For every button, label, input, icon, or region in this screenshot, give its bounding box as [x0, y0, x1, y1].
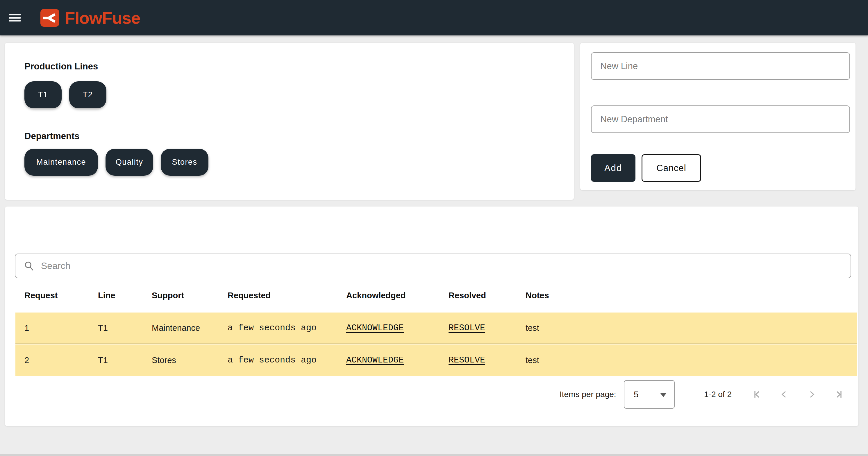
pagination-bar: Items per page: 5 1-2 of 2	[5, 380, 859, 409]
table-row: 1 T1 Maintenance a few seconds ago ACKNO…	[16, 313, 857, 344]
cell-line: T1	[98, 323, 152, 333]
col-requested: Requested	[227, 291, 346, 300]
col-request: Request	[24, 291, 98, 300]
add-form-card: Add Cancel	[580, 43, 856, 190]
table-row: 2 T1 Stores a few seconds ago ACKNOWLEDG…	[16, 345, 857, 376]
cancel-button[interactable]: Cancel	[642, 154, 701, 182]
cell-request: 2	[24, 356, 98, 365]
cell-requested: a few seconds ago	[227, 323, 346, 333]
items-per-page-select[interactable]: 5	[624, 380, 675, 409]
dashboard-page: FlowFuse Production Lines T1 T2 Departme…	[0, 0, 868, 456]
items-per-page-value: 5	[634, 381, 639, 408]
production-lines-title: Production Lines	[24, 61, 574, 72]
resolve-link[interactable]: RESOLVE	[448, 355, 485, 365]
cell-support: Stores	[152, 356, 227, 365]
cell-request: 1	[24, 323, 98, 333]
flowfuse-logo: FlowFuse	[40, 8, 140, 28]
department-pill-stores[interactable]: Stores	[161, 149, 209, 176]
department-pill-quality[interactable]: Quality	[105, 149, 153, 176]
first-page-icon[interactable]	[751, 389, 763, 400]
col-acknowledged: Acknowledged	[346, 291, 448, 300]
pagination-range: 1-2 of 2	[704, 380, 732, 409]
items-per-page-label: Items per page:	[560, 380, 616, 409]
page-bottom-divider	[0, 454, 868, 456]
line-pill-t2[interactable]: T2	[69, 81, 106, 108]
app-bar: FlowFuse	[0, 0, 868, 35]
flowfuse-logo-icon	[40, 9, 59, 27]
col-support: Support	[152, 291, 227, 300]
col-line: Line	[98, 291, 152, 300]
department-pill-maintenance[interactable]: Maintenance	[24, 149, 98, 176]
menu-bar	[9, 20, 21, 22]
new-department-input[interactable]	[591, 105, 850, 133]
form-actions: Add Cancel	[591, 154, 856, 182]
cell-notes: test	[526, 356, 857, 365]
resolve-link[interactable]: RESOLVE	[448, 323, 485, 333]
acknowledge-link[interactable]: ACKNOWLEDGE	[346, 323, 404, 333]
menu-icon[interactable]	[9, 14, 21, 22]
search-field	[15, 254, 851, 278]
search-input[interactable]	[15, 254, 851, 278]
cell-support: Maintenance	[152, 323, 227, 333]
prev-page-icon[interactable]	[779, 389, 790, 400]
table-header-row: Request Line Support Requested Acknowled…	[16, 278, 857, 313]
next-page-icon[interactable]	[806, 389, 817, 400]
departments-title: Departments	[24, 131, 574, 142]
filters-card: Production Lines T1 T2 Departments Maint…	[5, 43, 574, 200]
line-pill-t1[interactable]: T1	[24, 81, 62, 108]
departments-row: Maintenance Quality Stores	[24, 149, 574, 176]
pagination-controls	[751, 380, 844, 409]
menu-bar	[9, 14, 21, 15]
brand-title: FlowFuse	[65, 8, 140, 28]
add-button[interactable]: Add	[591, 154, 636, 182]
acknowledge-link[interactable]: ACKNOWLEDGE	[346, 355, 404, 365]
new-line-input[interactable]	[591, 52, 850, 80]
cell-requested: a few seconds ago	[227, 355, 346, 365]
cell-line: T1	[98, 356, 152, 365]
cell-notes: test	[526, 323, 857, 333]
production-lines-row: T1 T2	[24, 81, 574, 108]
col-resolved: Resolved	[448, 291, 526, 300]
dropdown-arrow-icon	[660, 393, 666, 397]
col-notes: Notes	[526, 291, 857, 300]
last-page-icon[interactable]	[833, 389, 844, 400]
menu-bar	[9, 17, 21, 19]
requests-table-card: Request Line Support Requested Acknowled…	[5, 206, 859, 426]
